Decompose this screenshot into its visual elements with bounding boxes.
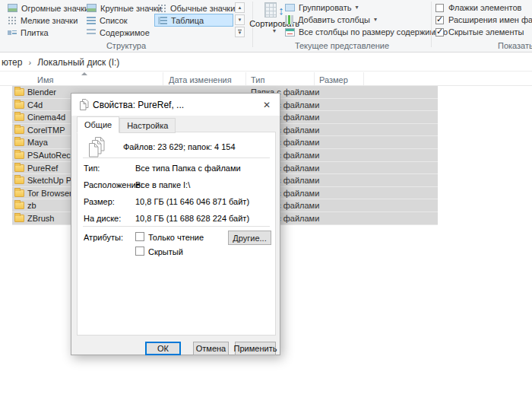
readonly-label: Только чтение (148, 233, 204, 242)
file-extensions-label: Расширения имен файлов (448, 15, 532, 24)
structure-group-label: Структура (0, 41, 252, 50)
apply-label: Применить (234, 344, 277, 353)
hidden-label: Скрытый (148, 247, 183, 256)
sort-grid-icon (264, 2, 277, 17)
folder-name: ZBrush (27, 214, 54, 223)
apply-button[interactable]: Применить (235, 342, 276, 355)
add-columns-icon (285, 15, 294, 24)
ribbon-divider (431, 2, 432, 47)
column-header-date[interactable]: Дата изменения (169, 75, 232, 84)
view-tiles[interactable]: Плитка (5, 27, 52, 38)
view-list[interactable]: Список (84, 14, 131, 26)
close-icon[interactable]: ✕ (254, 94, 280, 116)
view-label: Содержимое (100, 28, 150, 37)
folder-name: Tor Browser (27, 189, 72, 198)
advanced-attributes-button[interactable]: Другие... (228, 231, 271, 245)
folder-icon (14, 151, 24, 159)
add-columns-label: Добавить столбцы (298, 15, 370, 24)
size-all-columns-button[interactable]: Все столбцы по размеру содержимого (285, 27, 448, 37)
group-by-label: Группировать (299, 3, 352, 12)
column-separator[interactable] (314, 72, 315, 85)
sort-ascending-icon (81, 72, 87, 75)
column-separator[interactable] (245, 72, 246, 85)
ok-button[interactable]: ОК (145, 342, 181, 355)
gallery-more-icon: ▼ (238, 30, 242, 35)
column-header-size[interactable]: Размер (319, 75, 348, 84)
tab-customize[interactable]: Настройка (119, 118, 176, 133)
field-value-size: 10,8 ГБ (11 646 046 871 байт) (135, 197, 249, 206)
show-hide-group-label: Показать или скр (498, 41, 532, 50)
view-medium-icons[interactable]: Обычные значки (154, 2, 238, 14)
field-value-location: Все в папке I:\ (135, 180, 190, 189)
checkbox-checked-icon[interactable] (435, 28, 444, 37)
fit-columns-label: Все столбцы по размеру содержимого (299, 27, 448, 37)
breadcrumb: ютер › Локальный диск (I:) (2, 57, 119, 68)
breadcrumb-local-disk[interactable]: Локальный диск (I:) (37, 57, 119, 68)
view-small-icons[interactable]: Мелкие значки (5, 14, 81, 26)
hidden-checkbox[interactable] (135, 247, 144, 256)
folder-icon (14, 138, 24, 146)
group-by-button[interactable]: Группировать ▾ (285, 3, 359, 12)
folder-name: C4d (27, 100, 43, 110)
item-checkboxes-toggle[interactable]: Флажки элементов (435, 3, 521, 12)
divider (0, 71, 532, 72)
properties-files-icon (78, 98, 90, 111)
group-by-icon (285, 4, 295, 11)
sort-arrows-icon: ↕ (278, 5, 284, 16)
column-header-name[interactable]: Имя (37, 75, 53, 84)
folder-icon (14, 88, 24, 96)
column-separator[interactable] (363, 72, 364, 85)
breadcrumb-computer[interactable]: ютер (2, 57, 22, 68)
view-label: Обычные значки (170, 4, 235, 13)
folder-name: Blender (27, 87, 56, 97)
chevron-up-icon: ▲ (238, 5, 242, 10)
view-details-selected[interactable]: Таблица (154, 14, 233, 27)
view-label: Крупные значки (100, 4, 162, 13)
folder-name: Maya (27, 138, 48, 147)
general-tab-page: Файлов: 23 629; папок: 4 154 Тип: Все ти… (77, 132, 276, 336)
view-label: Плитка (21, 28, 49, 37)
small-icons-icon (8, 16, 17, 25)
item-checkboxes-label: Флажки элементов (448, 3, 521, 12)
dialog-titlebar[interactable]: Свойства: PureRef, ... ✕ (71, 94, 280, 116)
large-icons-icon (87, 4, 97, 12)
file-extensions-toggle[interactable]: Расширения имен файлов (435, 15, 532, 24)
gallery-scroll-up[interactable]: ▲ (235, 2, 245, 13)
view-large-icons[interactable]: Крупные значки (84, 2, 165, 14)
add-columns-button[interactable]: Добавить столбцы ▾ (285, 15, 377, 24)
address-bar[interactable]: ютер › Локальный диск (I:) (0, 53, 532, 71)
ok-label: ОК (157, 344, 169, 353)
readonly-checkbox[interactable] (135, 232, 144, 241)
folder-name: Cinema4d (27, 113, 65, 122)
divider (83, 226, 270, 227)
folder-icon (14, 101, 24, 109)
files-folders-summary: Файлов: 23 629; папок: 4 154 (123, 142, 236, 151)
fit-columns-icon (285, 28, 295, 37)
field-label-type: Тип: (84, 164, 100, 173)
hidden-items-toggle[interactable]: Скрытые элементы (435, 27, 524, 37)
folder-icon (14, 126, 24, 134)
folder-icon (14, 202, 24, 209)
checkbox-checked-icon[interactable] (435, 16, 444, 24)
multiple-files-icon (87, 136, 106, 159)
folder-icon (14, 177, 24, 184)
column-separator[interactable] (163, 72, 163, 85)
view-huge-icons[interactable]: Огромные значки (5, 2, 92, 14)
gallery-more-button[interactable]: ▼ (235, 27, 245, 37)
view-label: Огромные значки (21, 4, 89, 13)
gallery-scroll-down[interactable]: ▼ (235, 14, 245, 25)
field-label-size: Размер: (84, 197, 115, 206)
details-view-icon (158, 17, 167, 24)
checkbox-unchecked-icon[interactable] (435, 4, 444, 12)
view-content[interactable]: Содержимое (84, 27, 153, 38)
folder-icon (14, 164, 24, 172)
dropdown-caret-icon: ▾ (374, 17, 377, 23)
ribbon: Огромные значки Мелкие значки Плитка Кру… (0, 0, 532, 52)
dialog-title: Свойства: PureRef, ... (93, 100, 184, 110)
view-label: Список (100, 16, 128, 25)
list-view-icon (87, 17, 96, 24)
cancel-button[interactable]: Отмена (193, 342, 229, 355)
view-label: Мелкие значки (21, 16, 78, 25)
column-header-type[interactable]: Тип (251, 75, 264, 84)
tab-general[interactable]: Общие (77, 116, 119, 133)
